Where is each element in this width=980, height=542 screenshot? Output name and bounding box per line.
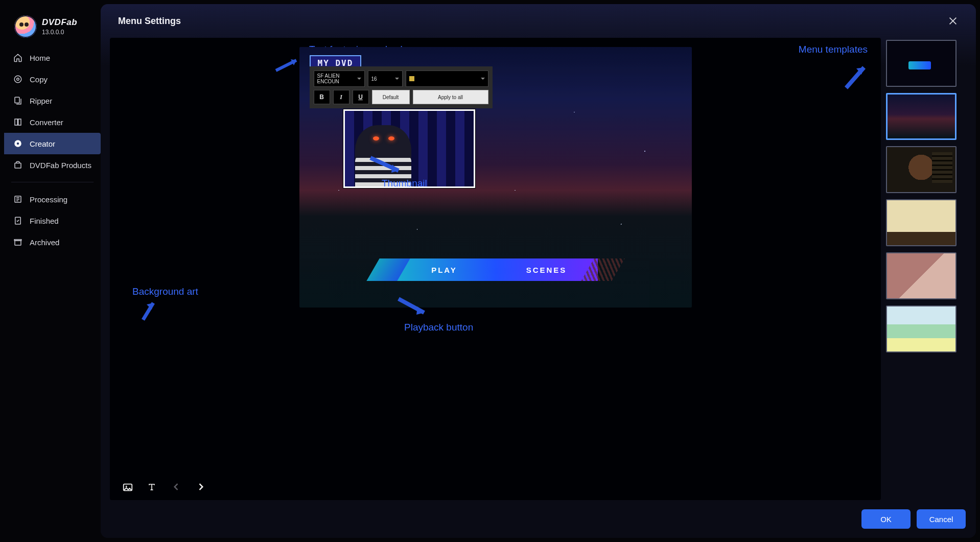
svg-rect-10 <box>15 241 21 245</box>
template-thumb-5[interactable] <box>886 305 956 352</box>
italic-button[interactable]: I <box>333 90 349 104</box>
text-toolbar: SF ALIEN ENCOUN 16 B I U Default Apply <box>310 66 493 108</box>
sidebar-item-copy[interactable]: Copy <box>4 68 101 90</box>
templates-column <box>881 38 967 500</box>
color-swatch <box>409 76 414 81</box>
brand-name: DVDFab <box>42 17 77 28</box>
caret-down-icon <box>481 78 485 80</box>
svg-point-0 <box>14 76 21 83</box>
ok-button[interactable]: OK <box>861 509 911 529</box>
processing-icon <box>13 195 22 204</box>
annotation-menu-templates: Menu templates <box>799 44 868 55</box>
chevron-right-icon <box>196 482 206 492</box>
font-family-value: SF ALIEN ENCOUN <box>317 73 354 84</box>
preview-bottom-toolbar <box>110 473 881 493</box>
annotation-playback: Playback button <box>404 322 473 333</box>
sidebar-item-processing[interactable]: Processing <box>4 188 101 210</box>
font-size-value: 16 <box>371 76 377 82</box>
brand-block: DVDFab 13.0.0.0 <box>4 15 101 47</box>
caret-down-icon <box>395 78 399 80</box>
svg-point-1 <box>17 78 19 81</box>
next-page-button[interactable] <box>196 482 207 493</box>
sidebar: DVDFab 13.0.0.0 Home Copy Ripper Convert… <box>4 4 101 538</box>
sidebar-item-archived[interactable]: Archived <box>4 231 101 253</box>
svg-point-12 <box>126 486 127 487</box>
sidebar-item-home[interactable]: Home <box>4 47 101 68</box>
dialog-title: Menu Settings <box>118 16 181 27</box>
svg-point-6 <box>17 143 19 145</box>
sidebar-item-label: Finished <box>30 217 59 225</box>
preview-pane: Text font, size and color Menu templates… <box>110 38 881 500</box>
default-button[interactable]: Default <box>372 90 410 104</box>
chevron-left-icon <box>171 482 181 492</box>
ripper-icon <box>13 96 22 105</box>
sidebar-item-label: Processing <box>30 195 67 204</box>
sidebar-item-label: Converter <box>30 118 63 127</box>
close-button[interactable] <box>947 15 959 27</box>
sidebar-item-label: Home <box>30 54 50 62</box>
font-family-select[interactable]: SF ALIEN ENCOUN <box>314 70 365 87</box>
cancel-button[interactable]: Cancel <box>917 509 966 529</box>
sidebar-item-label: Ripper <box>30 97 52 105</box>
svg-rect-4 <box>18 119 21 125</box>
bold-button[interactable]: B <box>314 90 330 104</box>
svg-rect-7 <box>15 163 21 168</box>
font-color-select[interactable] <box>406 70 488 87</box>
scenes-button[interactable]: SCENES <box>496 258 598 281</box>
template-thumb-3[interactable] <box>886 199 956 246</box>
annotation-background: Background art <box>132 286 198 297</box>
preview-stage[interactable]: MY DVD SF ALIEN ENCOUN 16 B I <box>299 47 692 308</box>
arrow-icon <box>135 300 161 326</box>
sidebar-item-label: Creator <box>30 139 55 148</box>
sidebar-item-creator[interactable]: Creator <box>4 133 101 154</box>
sidebar-item-label: Archived <box>30 238 59 247</box>
underline-button[interactable]: U <box>353 90 369 104</box>
modal-container: Menu Settings Text font, size and color … <box>101 4 976 538</box>
sidebar-item-finished[interactable]: Finished <box>4 210 101 231</box>
play-button[interactable]: PLAY <box>393 258 496 281</box>
menu-settings-dialog: Menu Settings Text font, size and color … <box>101 4 976 538</box>
menu-thumbnail[interactable] <box>343 109 475 188</box>
apply-all-button[interactable]: Apply to all <box>413 90 488 104</box>
playback-bar: PLAY SCENES <box>393 258 598 281</box>
prev-page-button[interactable] <box>171 482 182 493</box>
template-thumb-1[interactable] <box>886 93 956 140</box>
app-avatar-icon <box>14 15 37 38</box>
products-icon <box>13 160 22 170</box>
text-tool-button[interactable] <box>147 482 158 493</box>
converter-icon <box>13 117 22 127</box>
sidebar-item-products[interactable]: DVDFab Products <box>4 154 101 176</box>
home-icon <box>13 53 22 62</box>
caret-down-icon <box>357 78 361 80</box>
creator-icon <box>13 139 22 148</box>
sidebar-item-label: DVDFab Products <box>30 161 91 170</box>
svg-rect-3 <box>15 119 17 125</box>
close-icon <box>947 15 959 27</box>
copy-icon <box>13 75 22 84</box>
finished-icon <box>13 216 22 225</box>
dialog-footer: OK Cancel <box>101 500 976 529</box>
font-size-select[interactable]: 16 <box>368 70 403 87</box>
text-icon <box>147 482 157 492</box>
sidebar-divider <box>11 182 94 182</box>
template-thumb-4[interactable] <box>886 252 956 299</box>
sidebar-item-converter[interactable]: Converter <box>4 111 101 133</box>
template-thumb-0[interactable] <box>886 40 956 87</box>
background-image-button[interactable] <box>122 482 133 493</box>
sidebar-item-label: Copy <box>30 75 48 84</box>
brand-version: 13.0.0.0 <box>42 29 77 36</box>
template-thumb-2[interactable] <box>886 146 956 193</box>
arrow-icon <box>841 62 872 93</box>
archived-icon <box>13 238 22 247</box>
svg-rect-2 <box>15 97 19 103</box>
sidebar-item-ripper[interactable]: Ripper <box>4 90 101 111</box>
image-icon <box>122 482 133 493</box>
